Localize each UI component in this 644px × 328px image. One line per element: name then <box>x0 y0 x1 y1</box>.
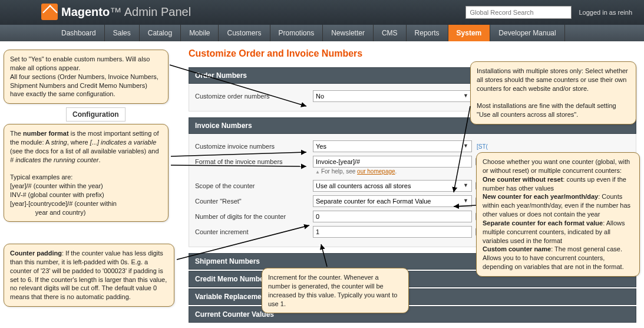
input-digits[interactable] <box>313 211 472 222</box>
nav-item-newsletter[interactable]: Newsletter <box>323 25 374 41</box>
select-customize-invoice[interactable]: Yes <box>313 140 472 152</box>
annot-format: The number format is the most important … <box>4 124 169 222</box>
input-increment[interactable] <box>313 226 472 238</box>
label-format: Format of the invoice numbers <box>195 158 313 165</box>
nav-item-catalog[interactable]: Catalog <box>140 25 181 41</box>
magento-logo-icon <box>41 4 58 20</box>
annot-increment: Increment for the counter. Whenever a nu… <box>262 268 409 313</box>
nav-item-developer-manual[interactable]: Developer Manual <box>490 25 564 41</box>
nav-item-system[interactable]: System <box>448 25 491 41</box>
nav-item-promotions[interactable]: Promotions <box>270 25 323 41</box>
select-reset[interactable]: Separate counter for each Format Value <box>313 195 472 207</box>
logo-text: Magento™ Admin Panel <box>61 5 191 19</box>
annot-counter-reset: Choose whether you want one counter (glo… <box>476 152 640 277</box>
nav-item-sales[interactable]: Sales <box>105 25 140 41</box>
logo-main: Magento <box>61 5 110 18</box>
scope-tag[interactable]: [ST( <box>477 143 488 150</box>
logo-sub: Admin Panel <box>124 5 191 18</box>
top-bar: Magento™ Admin Panel Logged in as reinh <box>0 0 644 25</box>
select-scope[interactable]: Use all counters across all stores <box>313 180 472 192</box>
label-customize-invoice: Customize invoice numbers <box>195 143 313 150</box>
label-reset: Counter "Reset" <box>195 198 313 205</box>
label-scope: Scope of the counter <box>195 182 313 189</box>
nav-item-mobile[interactable]: Mobile <box>181 25 219 41</box>
main-nav: DashboardSalesCatalogMobileCustomersProm… <box>0 25 644 41</box>
label-increment: Counter increment <box>195 228 313 235</box>
label-customize-order: Customize order numbers <box>195 93 313 100</box>
input-format[interactable] <box>313 156 472 168</box>
nav-item-customers[interactable]: Customers <box>219 25 270 41</box>
sidebar-config-label[interactable]: Configuration <box>66 107 126 122</box>
select-customize-order[interactable]: No <box>313 90 472 102</box>
page-title: Customize Order and Invoice Numbers <box>189 48 644 59</box>
nav-item-dashboard[interactable]: Dashboard <box>53 25 105 41</box>
nav-item-reports[interactable]: Reports <box>407 25 448 41</box>
annot-multistore: Installations with multiple stores only:… <box>470 61 636 124</box>
annot-padding: Counter padding: If the counter value ha… <box>4 244 174 307</box>
logo: Magento™ Admin Panel <box>41 4 191 20</box>
section-current-counter-values-header[interactable]: Current Counter Values <box>189 306 636 323</box>
global-search-input[interactable] <box>465 6 572 19</box>
nav-item-cms[interactable]: CMS <box>374 25 407 41</box>
label-digits: Number of digits for the counter <box>195 213 313 220</box>
section-variable-replacements-header[interactable]: Variable Replacements <box>189 288 636 305</box>
annot-enable: Set to "Yes" to enable custom numbers. W… <box>4 50 169 104</box>
logged-in-text: Logged in as reinh <box>579 9 632 16</box>
